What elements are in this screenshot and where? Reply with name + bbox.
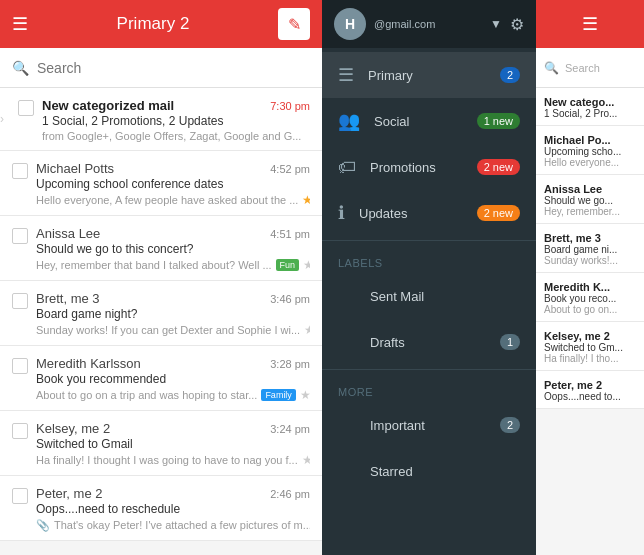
drawer-label: Important [370,418,486,433]
star-icon[interactable]: ★ [300,388,310,402]
table-row[interactable]: Kelsey, me 2 3:24 pm Switched to Gmail H… [0,411,322,476]
right-email-panel: ☰ 🔍 Search New catego... 1 Social, 2 Pro… [536,0,644,555]
email-subject: Book you reco... [544,293,636,304]
avatar: H [334,8,366,40]
sender-name: Anissa Lee [544,183,636,195]
drawer-divider [322,369,536,370]
star-icon[interactable]: ★ [303,258,310,272]
email-subject: Board game night? [36,307,310,321]
email-preview: Sunday works!... [544,255,636,266]
drawer-items: ☰ Primary 2 👥 Social 1 new 🏷 Promotions … [322,48,536,555]
drawer-divider [322,240,536,241]
drawer-label: Promotions [370,160,463,175]
email-content: Meredith Karlsson 3:28 pm Book you recom… [36,356,310,402]
dropdown-arrow-icon[interactable]: ▼ [490,17,502,31]
table-row[interactable]: New catego... 1 Social, 2 Pro... [536,88,644,126]
email-checkbox[interactable] [12,423,28,439]
search-input[interactable] [37,60,310,76]
email-preview: Sunday works! If you can get Dexter and … [36,323,310,337]
star-icon[interactable]: ★ [304,323,310,337]
drawer-item-drafts[interactable]: Drafts 1 [322,319,536,365]
email-checkbox[interactable] [12,488,28,504]
hamburger-icon[interactable]: ☰ [12,13,28,35]
updates-icon: ℹ [338,202,345,224]
email-preview: 📎 That's okay Peter! I've attached a few… [36,518,310,532]
email-subject: Oops....need to... [544,391,636,402]
fun-badge: Fun [276,259,300,271]
table-row[interactable]: Brett, me 3 3:46 pm Board game night? Su… [0,281,322,346]
email-subject: Book you recommended [36,372,310,386]
updates-badge: 2 new [477,205,520,221]
table-row[interactable]: Brett, me 3 Board game ni... Sunday work… [536,224,644,273]
table-row[interactable]: Michael Po... Upcoming scho... Hello eve… [536,126,644,175]
email-time: 4:51 pm [270,228,310,240]
star-icon[interactable]: ★ [302,453,310,467]
sender-name: Michael Po... [544,134,636,146]
compose-button[interactable]: ✎ [278,8,310,40]
paperclip-icon: 📎 [36,519,50,532]
email-subject: Switched to Gm... [544,342,636,353]
email-checkbox[interactable] [18,100,34,116]
sender-name: Meredith Karlsson [36,356,141,371]
email-preview: Hello everyone, A few people have asked … [36,193,310,207]
user-email: @gmail.com [374,18,482,30]
table-row[interactable]: Michael Potts 4:52 pm Upcoming school co… [0,151,322,216]
sender-name: Kelsey, me 2 [36,421,110,436]
email-preview: Hey, remember that band I talked about? … [36,258,310,272]
drawer-label: Starred [370,464,520,479]
email-preview: Ha finally! I tho... [544,353,636,364]
drawer-item-primary[interactable]: ☰ Primary 2 [322,52,536,98]
email-subject: Should we go to this concert? [36,242,310,256]
right-search-label: Search [565,62,600,74]
sender-name: New catego... [544,96,636,108]
navigation-drawer: H @gmail.com ▼ ⚙ ☰ Primary 2 👥 Social 1 … [322,0,536,555]
sender-name: Brett, me 3 [36,291,100,306]
email-checkbox[interactable] [12,358,28,374]
important-badge: 2 [500,417,520,433]
email-subject: Switched to Gmail [36,437,310,451]
table-row[interactable]: Meredith K... Book you reco... About to … [536,273,644,322]
email-checkbox[interactable] [12,228,28,244]
sender-name: Michael Potts [36,161,114,176]
email-preview: from Google+, Google Offers, Zagat, Goog… [42,130,310,142]
email-subject: Oops....need to reschedule [36,502,310,516]
table-row[interactable]: Peter, me 2 Oops....need to... [536,371,644,409]
email-time: 3:46 pm [270,293,310,305]
email-checkbox[interactable] [12,163,28,179]
social-icon: 👥 [338,110,360,132]
drafts-badge: 1 [500,334,520,350]
drawer-item-sent[interactable]: Sent Mail [322,273,536,319]
social-badge: 1 new [477,113,520,129]
table-row[interactable]: Anissa Lee Should we go... Hey, remember… [536,175,644,224]
email-content: New categorized mail 7:30 pm 1 Social, 2… [42,98,310,142]
drawer-label: Updates [359,206,463,221]
hamburger-icon-right[interactable]: ☰ [582,13,598,35]
drawer-item-important[interactable]: Important 2 [322,402,536,448]
header-title: Primary 2 [40,14,266,34]
email-preview: Ha finally! I thought I was going to hav… [36,453,310,467]
email-time: 2:46 pm [270,488,310,500]
settings-icon[interactable]: ⚙ [510,15,524,34]
table-row[interactable]: Peter, me 2 2:46 pm Oops....need to resc… [0,476,322,541]
table-row[interactable]: Meredith Karlsson 3:28 pm Book you recom… [0,346,322,411]
drawer-item-updates[interactable]: ℹ Updates 2 new [322,190,536,236]
email-checkbox[interactable] [12,293,28,309]
table-row[interactable]: Kelsey, me 2 Switched to Gm... Ha finall… [536,322,644,371]
family-badge: Family [261,389,296,401]
promotions-icon: 🏷 [338,157,356,178]
sender-name: New categorized mail [42,98,174,113]
email-subject: Upcoming scho... [544,146,636,157]
drawer-item-starred[interactable]: Starred [322,448,536,494]
drawer-item-social[interactable]: 👥 Social 1 new [322,98,536,144]
table-row[interactable]: Anissa Lee 4:51 pm Should we go to this … [0,216,322,281]
drawer-item-promotions[interactable]: 🏷 Promotions 2 new [322,144,536,190]
sender-name: Peter, me 2 [544,379,636,391]
table-row[interactable]: › New categorized mail 7:30 pm 1 Social,… [0,88,322,151]
left-edge-indicator: › [0,112,4,126]
sender-name: Brett, me 3 [544,232,636,244]
star-icon[interactable]: ★ [302,193,310,207]
sender-name: Meredith K... [544,281,636,293]
email-subject: Upcoming school conference dates [36,177,310,191]
email-subject: Should we go... [544,195,636,206]
sender-name: Peter, me 2 [36,486,102,501]
